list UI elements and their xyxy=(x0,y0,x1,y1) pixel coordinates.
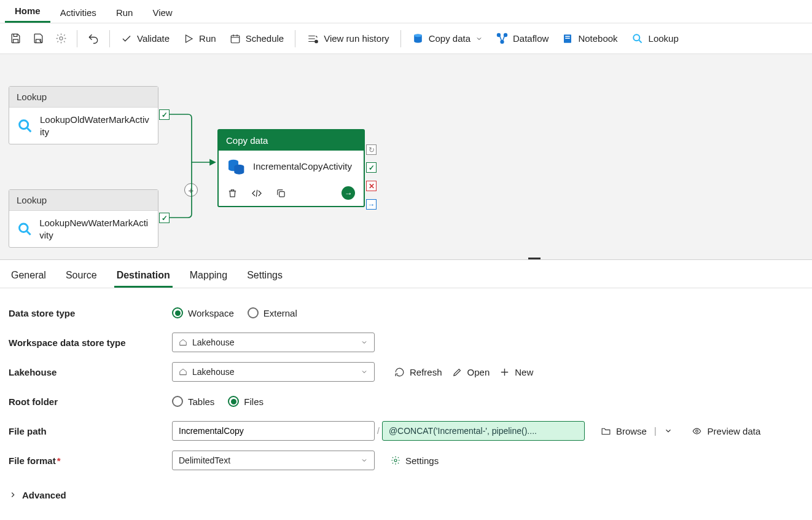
dataflow-label: Dataflow xyxy=(513,33,548,44)
refresh-button[interactable]: Refresh xyxy=(389,364,447,380)
code-icon[interactable] xyxy=(251,188,262,199)
play-icon xyxy=(183,33,194,44)
flow-icon xyxy=(496,33,508,44)
lookup-label: Lookup xyxy=(649,33,679,44)
tables-radio[interactable]: Tables xyxy=(172,396,214,407)
browse-button[interactable]: Browse xyxy=(596,423,652,439)
settings-gear-button[interactable] xyxy=(50,29,72,48)
ws-data-store-dropdown[interactable]: Lakehouse xyxy=(172,333,375,352)
view-history-button[interactable]: View run history xyxy=(300,30,395,48)
workspace-radio[interactable]: Workspace xyxy=(172,307,234,318)
lakehouse-icon xyxy=(179,338,187,347)
destination-form: Data store type Workspace External Works… xyxy=(0,288,812,519)
search-icon xyxy=(17,117,34,135)
run-label: Run xyxy=(199,33,216,44)
success-badge: ✓ xyxy=(159,109,170,120)
eye-icon xyxy=(691,427,703,436)
pipeline-canvas[interactable]: Lookup LookupOldWaterMarkActivity ✓ Look… xyxy=(0,54,812,260)
search-icon xyxy=(631,33,644,45)
lookup-button[interactable]: Lookup xyxy=(625,29,685,49)
advanced-label: Advanced xyxy=(22,490,66,500)
gear-icon xyxy=(391,455,400,465)
svg-rect-1 xyxy=(231,35,240,42)
svg-point-0 xyxy=(60,37,63,40)
svg-rect-16 xyxy=(279,191,285,197)
format-settings-button[interactable]: Settings xyxy=(386,453,443,468)
activity-type-label: Lookup xyxy=(9,87,158,108)
save-button[interactable] xyxy=(5,29,26,48)
run-activity-button[interactable]: → xyxy=(342,186,355,200)
save-as-icon xyxy=(33,33,44,44)
file-format-label: File format* xyxy=(9,455,172,466)
run-button[interactable]: Run xyxy=(177,30,222,48)
notebook-button[interactable]: Notebook xyxy=(556,30,623,48)
path-separator: / xyxy=(375,426,382,436)
external-radio-label: External xyxy=(264,308,297,318)
delete-icon[interactable] xyxy=(227,188,238,199)
file-path-dir-input[interactable] xyxy=(172,421,375,441)
open-button[interactable]: Open xyxy=(447,364,495,380)
dataflow-button[interactable]: Dataflow xyxy=(490,29,555,48)
toolbar: Validate Run Schedule View run history C… xyxy=(0,23,812,54)
svg-rect-10 xyxy=(566,37,571,39)
copy-data-label: Copy data xyxy=(429,33,470,44)
splitter-handle[interactable] xyxy=(528,258,541,260)
save-as-button[interactable] xyxy=(28,29,49,48)
divider xyxy=(295,30,295,47)
undo-button[interactable] xyxy=(82,29,104,49)
divider xyxy=(400,30,401,47)
file-path-label: File path xyxy=(9,426,172,436)
tab-home[interactable]: Home xyxy=(5,1,50,23)
browse-chevron[interactable] xyxy=(659,424,677,438)
tab-view[interactable]: View xyxy=(142,2,182,23)
check-icon xyxy=(121,33,132,44)
svg-point-18 xyxy=(394,459,397,462)
ribbon-tabs: Home Activities Run View xyxy=(0,0,812,23)
external-radio[interactable]: External xyxy=(248,307,297,318)
schedule-button[interactable]: Schedule xyxy=(224,30,291,48)
tables-radio-label: Tables xyxy=(188,396,214,407)
validate-button[interactable]: Validate xyxy=(115,30,176,48)
svg-point-4 xyxy=(414,34,422,37)
file-format-dropdown[interactable]: DelimitedText xyxy=(172,451,375,470)
success-badge: ✓ xyxy=(159,213,170,223)
new-label: New xyxy=(515,367,533,377)
preview-data-label: Preview data xyxy=(708,426,761,436)
open-label: Open xyxy=(467,367,490,377)
chevron-down-icon xyxy=(361,457,368,464)
chevron-right-icon xyxy=(9,490,17,499)
lakehouse-icon xyxy=(179,368,187,376)
svg-point-17 xyxy=(695,430,698,432)
activity-type-label: Copy data xyxy=(219,130,364,151)
chevron-down-icon xyxy=(664,427,673,435)
advanced-toggle[interactable]: Advanced xyxy=(9,487,71,503)
activity-lookup-new[interactable]: Lookup LookupNewWaterMarkActivity xyxy=(9,189,158,248)
validate-label: Validate xyxy=(137,33,170,44)
activity-name: LookupNewWaterMarkActivity xyxy=(39,217,150,241)
lakehouse-dropdown[interactable]: Lakehouse xyxy=(172,362,375,382)
files-radio[interactable]: Files xyxy=(228,396,264,407)
chevron-down-icon xyxy=(361,368,368,376)
tab-destination[interactable]: Destination xyxy=(114,265,173,288)
new-button[interactable]: New xyxy=(494,364,538,380)
tab-mapping[interactable]: Mapping xyxy=(187,265,230,288)
activity-name: IncrementalCopyActivity xyxy=(253,160,352,173)
activity-lookup-old[interactable]: Lookup LookupOldWaterMarkActivity xyxy=(9,86,158,144)
tab-settings[interactable]: Settings xyxy=(244,265,285,288)
sep: | xyxy=(652,426,659,436)
tab-general[interactable]: General xyxy=(9,265,49,288)
status-grey-badge: ↻ xyxy=(366,144,377,155)
activity-copy-data[interactable]: Copy data IncrementalCopyActivity → xyxy=(217,129,365,207)
property-tabs: General Source Destination Mapping Setti… xyxy=(0,260,812,288)
copy-icon[interactable] xyxy=(276,188,286,199)
file-path-expression[interactable]: @CONCAT('Incremental-', pipeline().... xyxy=(382,421,585,441)
tab-run[interactable]: Run xyxy=(106,2,143,23)
copy-data-button[interactable]: Copy data xyxy=(406,29,489,48)
calendar-icon xyxy=(230,33,241,44)
tab-activities[interactable]: Activities xyxy=(50,2,106,23)
search-icon xyxy=(17,220,33,238)
preview-data-button[interactable]: Preview data xyxy=(686,423,766,439)
notebook-icon xyxy=(562,33,573,44)
tab-source[interactable]: Source xyxy=(63,265,100,288)
activity-name: LookupOldWaterMarkActivity xyxy=(40,114,150,138)
